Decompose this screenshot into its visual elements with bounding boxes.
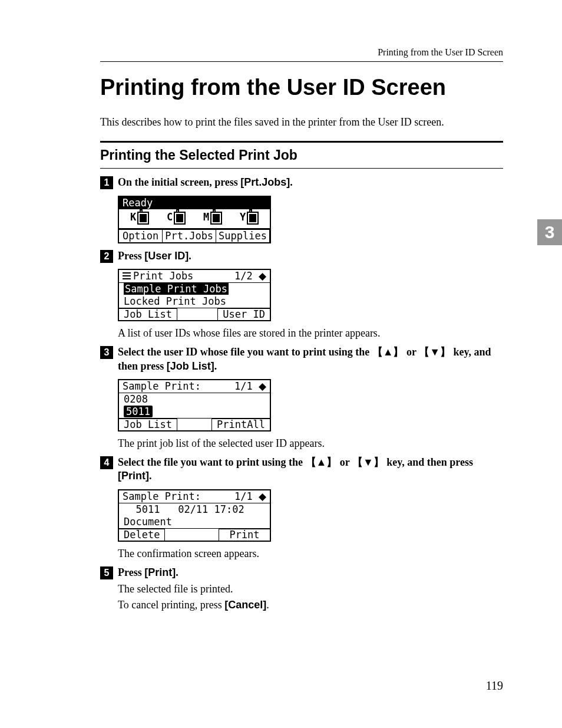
- step-3-head: 3 Select the user ID whose file you want…: [100, 345, 503, 373]
- lcd3-page: 1/1: [234, 380, 253, 392]
- step-2-follow: A list of user IDs whose files are store…: [118, 327, 503, 340]
- step-1-post: .: [290, 176, 293, 188]
- step-3-a: Select the user ID whose file you want t…: [118, 346, 372, 358]
- prt-jobs-ref: [Prt.Jobs]: [240, 176, 290, 188]
- lcd4-item-document[interactable]: Document: [119, 516, 270, 528]
- toner-k: K: [130, 212, 149, 225]
- step-1-number-icon: 1: [100, 176, 113, 189]
- running-head-rule: [100, 61, 503, 62]
- lcd2-page: 1/2: [234, 270, 253, 282]
- lcd1-button-bar: Option Prt.Jobs Supplies: [119, 229, 270, 242]
- list-icon: [123, 272, 131, 279]
- print-button[interactable]: Print: [219, 529, 270, 541]
- step-1-text: On the initial screen, press [Prt.Jobs].: [118, 176, 503, 189]
- lcd3-item2-label: 5011: [124, 406, 153, 417]
- up-key-icon-2: 【▲】: [306, 456, 338, 469]
- section-heading: Printing the Selected Print Job: [100, 146, 503, 164]
- lcd4-footer: Delete Print: [119, 528, 270, 541]
- step-5-pre: Press: [118, 566, 144, 578]
- prt-jobs-button[interactable]: Prt.Jobs: [163, 229, 216, 242]
- step-1-head: 1 On the initial screen, press [Prt.Jobs…: [100, 176, 503, 189]
- lead-paragraph: This describes how to print the files sa…: [100, 116, 503, 129]
- lcd4-item-job[interactable]: 5011 02/11 17:02: [119, 503, 270, 516]
- step-4-number-icon: 4: [100, 456, 113, 469]
- lcd4-job-id: 5011: [135, 503, 160, 515]
- step-4-or: or: [337, 456, 352, 468]
- toner-c-label: C: [167, 212, 173, 222]
- step-1-pre: On the initial screen, press: [118, 176, 240, 188]
- down-key-icon-2: 【▼】: [352, 456, 384, 469]
- lcd-file-detail-screen: Sample Print: 1/1 ◆ 5011 02/11 17:02 Doc…: [118, 489, 271, 542]
- job-list-button[interactable]: Job List: [119, 308, 177, 320]
- lcd-toner-row: K C M Y: [119, 209, 270, 229]
- lcd-ready-screen: Ready K C M Y Option Prt.Jobs Supplies: [118, 196, 271, 243]
- option-button[interactable]: Option: [119, 229, 163, 242]
- step-4-text: Select the file you want to print using …: [118, 456, 503, 483]
- step-5-follow-b: To cancel printing, press [Cancel].: [118, 599, 503, 611]
- lcd3-spacer: [177, 419, 211, 430]
- lcd2-footer: Job List User ID: [119, 308, 270, 320]
- lcd2-item-locked[interactable]: Locked Print Jobs: [119, 295, 270, 308]
- step-5b-pre: To cancel printing, press: [118, 599, 224, 611]
- step-5-number-icon: 5: [100, 566, 113, 579]
- page-title: Printing from the User ID Screen: [100, 75, 503, 100]
- lcd3-page-indicator: 1/1 ◆: [234, 381, 266, 391]
- lcd2-arrows-icon: ◆: [259, 271, 266, 282]
- step-3-follow: The print job list of the selected user …: [118, 437, 503, 450]
- step-5-follow-a: The selected file is printed.: [118, 583, 503, 595]
- step-5-head: 5 Press [Print].: [100, 566, 503, 579]
- lcd-sample-print-screen: Sample Print: 1/1 ◆ 0208 5011 Job List P…: [118, 379, 271, 431]
- cancel-ref: [Cancel]: [224, 599, 266, 611]
- print-ref-2: [Print]: [144, 566, 176, 578]
- step-2-head: 2 Press [User ID].: [100, 249, 503, 263]
- lcd4-page: 1/1: [234, 490, 253, 502]
- supplies-button[interactable]: Supplies: [216, 229, 270, 242]
- step-2-number-icon: 2: [100, 250, 113, 263]
- step-3-or: or: [404, 346, 419, 358]
- step-3-text: Select the user ID whose file you want t…: [118, 345, 503, 373]
- lcd3-item-5011[interactable]: 5011: [119, 406, 270, 418]
- step-3-c: .: [214, 360, 217, 372]
- lcd4-job-time: 02/11 17:02: [178, 503, 244, 515]
- section-rule-top: [100, 141, 503, 143]
- step-3: 3 Select the user ID whose file you want…: [100, 345, 503, 373]
- running-head: Printing from the User ID Screen: [100, 47, 503, 58]
- up-key-icon: 【▲】: [372, 345, 404, 359]
- lcd3-arrows-icon: ◆: [259, 381, 266, 392]
- lcd3-footer: Job List PrintAll: [119, 418, 270, 430]
- toner-m: M: [203, 212, 222, 225]
- lcd2-list: Sample Print Jobs Locked Print Jobs: [119, 282, 270, 308]
- lcd-print-jobs-screen: Print Jobs 1/2 ◆ Sample Print Jobs Locke…: [118, 269, 271, 321]
- lcd4-arrows-icon: ◆: [259, 491, 266, 502]
- toner-c: C: [167, 212, 186, 225]
- lcd2-item-sample[interactable]: Sample Print Jobs: [119, 283, 270, 295]
- step-5b-post: .: [266, 599, 269, 611]
- step-4-head: 4 Select the file you want to print usin…: [100, 456, 503, 483]
- toner-y: Y: [240, 212, 259, 225]
- thumb-tab: 3: [537, 219, 562, 245]
- toner-k-label: K: [130, 212, 136, 222]
- step-2-pre: Press: [118, 250, 144, 262]
- delete-button[interactable]: Delete: [119, 529, 165, 541]
- lcd3-item-0208[interactable]: 0208: [119, 393, 270, 406]
- user-id-button[interactable]: User ID: [217, 308, 270, 320]
- lcd4-list: 5011 02/11 17:02 Document: [119, 503, 270, 528]
- step-2: 2 Press [User ID].: [100, 249, 503, 263]
- step-5-post: .: [176, 566, 178, 578]
- lcd2-title: Print Jobs: [123, 271, 193, 281]
- step-3-number-icon: 3: [100, 346, 113, 359]
- lcd3-list: 0208 5011: [119, 393, 270, 418]
- print-all-button[interactable]: PrintAll: [211, 419, 270, 430]
- step-5-text: Press [Print].: [118, 566, 503, 579]
- step-4-b: key, and then press: [384, 456, 473, 468]
- page: Printing from the User ID Screen Printin…: [0, 0, 562, 728]
- step-4-follow: The confirmation screen appears.: [118, 548, 503, 560]
- toner-k-icon: [137, 212, 149, 225]
- lcd2-title-text: Print Jobs: [133, 270, 193, 282]
- lcd2-page-indicator: 1/2 ◆: [234, 271, 266, 281]
- toner-c-icon: [174, 212, 186, 225]
- job-list-button-2[interactable]: Job List: [119, 419, 177, 430]
- toner-m-label: M: [203, 212, 209, 222]
- lcd4-page-indicator: 1/1 ◆: [234, 492, 266, 502]
- lcf3-title: Sample Print:: [123, 381, 201, 391]
